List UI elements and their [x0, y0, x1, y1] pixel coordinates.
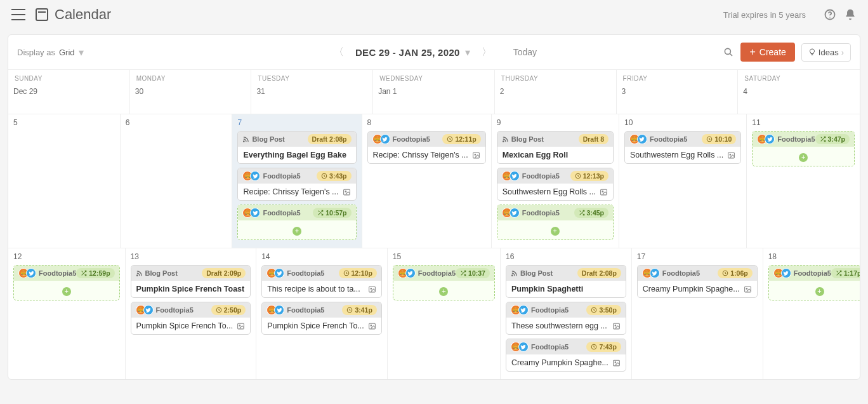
social-card[interactable]: 🍔 Foodtopia5 1:06pCreamy Pumpkin Spaghe.… — [637, 265, 758, 298]
calendar-cell[interactable]: 3 — [617, 83, 739, 114]
help-icon[interactable] — [824, 8, 836, 21]
social-card[interactable]: 🍔 Foodtopia5 3:50pThese southwestern egg… — [506, 302, 626, 335]
social-card[interactable]: 🍔 Foodtopia5 12:11pRecipe: Chrissy Teige… — [367, 131, 486, 164]
svg-point-1 — [829, 17, 830, 18]
calendar-cell[interactable]: 18🍔 Foodtopia5 1:17p+ — [763, 248, 860, 379]
requeue-slot[interactable]: 🍔 Foodtopia5 10:57p+ — [237, 205, 356, 240]
social-profile: 🍔 Foodtopia5 — [18, 268, 76, 278]
add-icon[interactable]: + — [815, 287, 824, 296]
display-as-label: Display as — [17, 48, 55, 57]
social-card[interactable]: 🍔 Foodtopia5 12:10pThis recipe is about … — [261, 265, 382, 298]
create-button[interactable]: +Create — [740, 43, 794, 62]
cell-date: 18 — [768, 252, 860, 261]
social-card[interactable]: 🍔 Foodtopia5 7:43pCreamy Pumpkin Spaghe.… — [506, 339, 626, 372]
svg-point-6 — [345, 191, 346, 192]
cell-date: 3 — [622, 87, 733, 96]
day-header: SATURDAY — [738, 70, 860, 83]
add-icon[interactable]: + — [799, 153, 808, 162]
requeue-slot[interactable]: 🍔 Foodtopia5 12:59p+ — [13, 265, 120, 300]
calendar-cell[interactable]: 31 — [251, 83, 373, 114]
bell-icon[interactable] — [844, 8, 857, 21]
image-icon — [727, 151, 735, 159]
add-icon[interactable]: + — [439, 287, 448, 296]
time-pill: 3:41p — [342, 305, 376, 315]
blog-card[interactable]: Blog PostDraft 2:09pPumpkin Spice French… — [131, 265, 251, 298]
calendar-cell[interactable]: 10🍔 Foodtopia5 10:10Southwestern Egg Rol… — [619, 114, 747, 248]
cell-date: 17 — [637, 252, 758, 261]
calendar-cell[interactable]: 8🍔 Foodtopia5 12:11pRecipe: Chrissy Teig… — [362, 114, 492, 248]
card-title: Southwestern Egg Rolls ... — [503, 187, 596, 196]
social-card[interactable]: 🍔 Foodtopia5 3:41pPumpkin Spice French T… — [261, 302, 382, 335]
status-pill: Draft 2:08p — [308, 134, 352, 144]
status-pill: Draft 2:09p — [202, 268, 246, 278]
prev-period[interactable]: 〈 — [331, 43, 346, 62]
social-card[interactable]: 🍔 Foodtopia5 12:13pSouthwestern Egg Roll… — [497, 168, 614, 201]
status-pill: Draft 2:08p — [577, 268, 621, 278]
image-icon — [343, 188, 351, 196]
time-pill: 2:50p — [211, 305, 246, 315]
calendar-cell[interactable]: 16 Blog PostDraft 2:08pPumpkin Spaghetti… — [501, 248, 632, 379]
image-icon — [612, 359, 621, 367]
calendar-cell[interactable]: 30 — [130, 83, 252, 114]
blog-card[interactable]: Blog PostDraft 2:08pPumpkin Spaghetti — [506, 265, 626, 298]
calendar-cell[interactable]: 12🍔 Foodtopia5 12:59p+ — [8, 248, 126, 379]
social-profile: 🍔 Foodtopia5 — [136, 305, 194, 315]
date-range[interactable]: DEC 29 - JAN 25, 2020 — [355, 47, 460, 58]
social-card[interactable]: 🍔 Foodtopia5 2:50pPumpkin Spice French T… — [131, 302, 251, 335]
card-title: Recipe: Chrissy Teigen's ... — [243, 187, 338, 196]
time-pill: 12:11p — [442, 134, 480, 144]
cell-date: 2 — [500, 87, 611, 96]
calendar-cell[interactable]: 13 Blog PostDraft 2:09pPumpkin Spice Fre… — [126, 248, 257, 379]
time-pill: 3:50p — [586, 305, 621, 315]
ideas-button[interactable]: Ideas › — [801, 43, 851, 62]
cell-date: 5 — [13, 118, 115, 127]
social-profile: 🍔 Foodtopia5 — [511, 342, 569, 352]
page-title: Calendar — [55, 6, 111, 23]
add-icon[interactable]: + — [551, 227, 560, 236]
menu-toggle[interactable] — [11, 9, 25, 20]
card-title: Southwestern Egg Rolls ... — [630, 151, 723, 159]
svg-point-16 — [730, 154, 731, 155]
social-card[interactable]: 🍔 Foodtopia5 3:43pRecipe: Chrissy Teigen… — [237, 168, 356, 201]
calendar-cell[interactable]: 2 — [495, 83, 617, 114]
calendar-cell[interactable]: Jan 1 — [373, 83, 495, 114]
calendar-cell[interactable]: 6 — [121, 114, 233, 248]
image-icon — [368, 322, 376, 330]
next-period[interactable]: 〉 — [479, 43, 494, 62]
card-title: Mexican Egg Roll — [503, 151, 569, 159]
calendar-cell[interactable]: 9 Blog PostDraft 8Mexican Egg Roll🍔 Food… — [492, 114, 619, 248]
social-profile: 🍔 Foodtopia5 — [266, 305, 324, 315]
add-icon[interactable]: + — [62, 287, 71, 296]
chevron-right-icon: › — [841, 48, 844, 57]
requeue-slot[interactable]: 🍔 Foodtopia5 3:47p+ — [752, 131, 855, 166]
svg-point-30 — [615, 325, 616, 326]
calendar-cell[interactable]: 17🍔 Foodtopia5 1:06pCreamy Pumpkin Spagh… — [632, 248, 763, 379]
image-icon — [600, 188, 608, 196]
requeue-slot[interactable]: 🍔 Foodtopia5 1:17p+ — [768, 265, 860, 300]
requeue-slot[interactable]: 🍔 Foodtopia5 3:45p+ — [497, 205, 614, 240]
blog-card[interactable]: Blog PostDraft 2:08pEverything Bagel Egg… — [237, 131, 356, 164]
day-header: WEDNESDAY — [373, 70, 495, 83]
calendar-cell[interactable]: 7 Blog PostDraft 2:08pEverything Bagel E… — [232, 114, 362, 248]
display-as-value[interactable]: Grid — [59, 48, 75, 57]
requeue-slot[interactable]: 🍔 Foodtopia5 10:37+ — [393, 265, 495, 300]
social-card[interactable]: 🍔 Foodtopia5 10:10Southwestern Egg Rolls… — [624, 131, 741, 164]
calendar-cell[interactable]: 11🍔 Foodtopia5 3:47p+ — [747, 114, 860, 248]
today-button[interactable]: Today — [513, 47, 537, 57]
day-header: SUNDAY — [8, 70, 130, 83]
time-pill: 10:57p — [313, 208, 351, 218]
calendar-cell[interactable]: 5 — [8, 114, 121, 248]
social-profile: 🍔 Foodtopia5 — [773, 268, 831, 278]
card-title: Creamy Pumpkin Spaghe... — [511, 358, 608, 367]
add-icon[interactable]: + — [293, 227, 301, 236]
calendar-icon — [36, 8, 48, 21]
svg-point-9 — [475, 154, 476, 155]
calendar-cell[interactable]: 15🍔 Foodtopia5 10:37+ — [388, 248, 501, 379]
blog-label: Blog Post — [502, 135, 544, 143]
search-icon[interactable] — [723, 46, 734, 58]
social-profile: 🍔 Foodtopia5 — [642, 268, 700, 278]
blog-card[interactable]: Blog PostDraft 8Mexican Egg Roll — [497, 131, 614, 164]
calendar-cell[interactable]: 14🍔 Foodtopia5 12:10pThis recipe is abou… — [256, 248, 388, 379]
calendar-cell[interactable]: 4 — [738, 83, 860, 114]
calendar-cell[interactable]: Dec 29 — [8, 83, 130, 114]
